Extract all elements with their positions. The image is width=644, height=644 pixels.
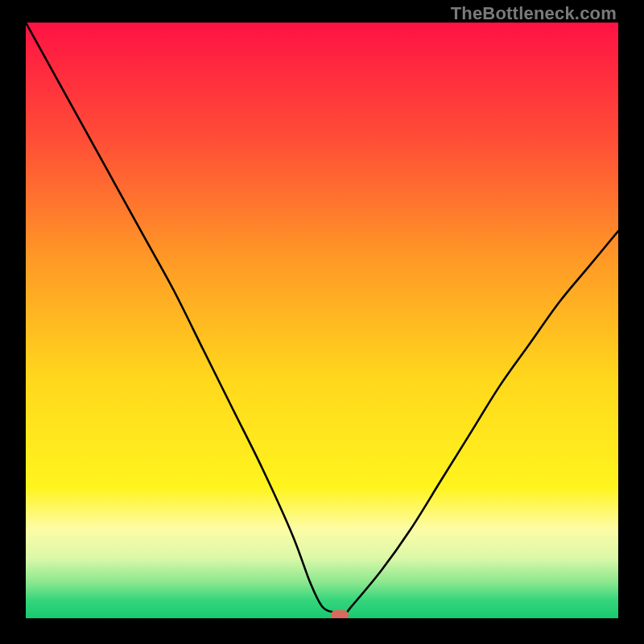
plot-area <box>26 23 618 618</box>
optimal-marker <box>331 610 349 618</box>
attribution-label: TheBottleneck.com <box>451 3 617 24</box>
chart-stage: TheBottleneck.com <box>0 0 644 644</box>
bottleneck-curve <box>26 23 618 618</box>
